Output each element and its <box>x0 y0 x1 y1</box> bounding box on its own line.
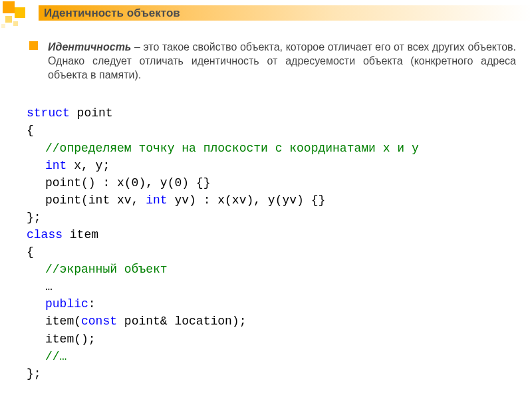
definition-bullet: Идентичность – это такое свойство объект… <box>29 40 516 82</box>
definition-term: Идентичность <box>48 41 131 53</box>
definition-text: Идентичность – это такое свойство объект… <box>48 40 516 82</box>
code-block: struct point { //определяем точку на пло… <box>27 104 516 382</box>
slide-logo <box>0 0 39 31</box>
bullet-icon <box>29 41 38 50</box>
slide-title: Идентичность объектов <box>39 7 180 20</box>
slide-header: Идентичность объектов <box>39 5 532 21</box>
slide-content: Идентичность – это такое свойство объект… <box>29 40 516 382</box>
